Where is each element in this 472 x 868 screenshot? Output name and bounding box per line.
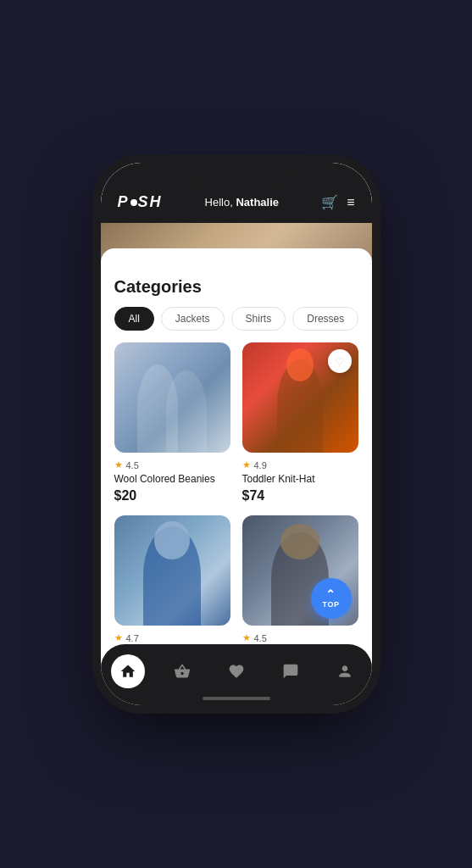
rating-value: 4.5 xyxy=(126,460,139,470)
product-image-wrap: ⌃ TOP xyxy=(242,515,358,626)
product-rating: ★ 4.5 xyxy=(242,632,358,643)
chevron-up-icon: ⌃ xyxy=(325,588,336,600)
product-image-wrap xyxy=(114,515,230,626)
scroll-to-top-button[interactable]: ⌃ TOP xyxy=(311,578,352,619)
product-image-wrap: ♡ xyxy=(242,342,358,453)
header-greeting: Hello, Nathalie xyxy=(205,196,279,209)
product-name: Wool Colored Beanies xyxy=(114,473,230,485)
phone-notch xyxy=(186,163,287,186)
rating-value: 4.9 xyxy=(254,460,267,470)
phone-frame: PSH Hello, Nathalie 🛒 ≡ Categories All J… xyxy=(101,163,372,705)
product-rating: ★ 4.7 xyxy=(114,632,230,643)
star-icon: ★ xyxy=(114,459,123,470)
nav-profile[interactable] xyxy=(328,654,362,688)
home-indicator xyxy=(203,697,270,700)
product-price: $74 xyxy=(242,488,358,504)
profile-icon xyxy=(336,663,353,680)
star-icon: ★ xyxy=(114,632,123,643)
category-pill-all[interactable]: All xyxy=(114,307,154,331)
phone-screen: PSH Hello, Nathalie 🛒 ≡ Categories All J… xyxy=(101,163,372,705)
nav-basket[interactable] xyxy=(165,654,199,688)
product-rating: ★ 4.9 xyxy=(242,459,358,470)
rating-value: 4.7 xyxy=(126,633,139,643)
product-card[interactable]: ★ 4.5 Wool Colored Beanies $20 xyxy=(114,342,230,504)
heart-icon xyxy=(228,663,245,680)
menu-icon[interactable]: ≡ xyxy=(347,195,354,210)
category-pill-shirts[interactable]: Shirts xyxy=(231,307,286,331)
product-image xyxy=(114,342,230,453)
product-card[interactable]: ♡ ★ 4.9 Toddler Knit-Hat $74 xyxy=(242,342,358,504)
category-pill-jackets[interactable]: Jackets xyxy=(161,307,225,331)
cart-icon[interactable]: 🛒 xyxy=(321,194,338,210)
username-text: Nathalie xyxy=(236,196,279,209)
nav-messages[interactable] xyxy=(274,654,308,688)
home-icon xyxy=(119,663,136,680)
product-rating: ★ 4.5 xyxy=(114,459,230,470)
top-label: TOP xyxy=(323,600,340,609)
bottom-navigation xyxy=(101,644,372,705)
product-price: $20 xyxy=(114,488,230,504)
star-icon: ★ xyxy=(242,459,251,470)
app-logo: PSH xyxy=(118,193,163,211)
product-name: Toddler Knit-Hat xyxy=(242,473,358,485)
nav-home[interactable] xyxy=(111,654,145,688)
categories-title: Categories xyxy=(114,277,358,297)
greeting-text: Hello, xyxy=(205,196,233,209)
categories-row: All Jackets Shirts Dresses xyxy=(114,307,358,331)
star-icon: ★ xyxy=(242,632,251,643)
product-image-wrap xyxy=(114,342,230,453)
main-content: Categories All Jackets Shirts Dresses ★ … xyxy=(101,265,372,705)
basket-icon xyxy=(174,663,191,680)
product-image xyxy=(114,515,230,626)
header-icons: 🛒 ≡ xyxy=(321,194,354,210)
hero-banner xyxy=(101,223,372,265)
nav-favorites[interactable] xyxy=(219,654,253,688)
category-pill-dresses[interactable]: Dresses xyxy=(292,307,358,331)
rating-value: 4.5 xyxy=(254,633,267,643)
message-icon xyxy=(282,663,299,680)
wishlist-button[interactable]: ♡ xyxy=(328,349,352,373)
